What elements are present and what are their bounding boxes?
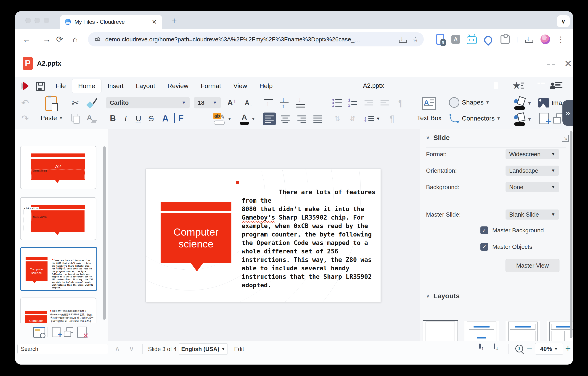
zoom-in-icon[interactable]: + — [565, 343, 571, 354]
save-icon[interactable] — [36, 82, 45, 91]
move-down-icon[interactable]: ⇵ — [346, 113, 359, 124]
macos-zoom-button[interactable] — [44, 18, 49, 23]
decrease-indent-icon[interactable] — [378, 97, 391, 109]
bold-button[interactable]: B — [107, 113, 119, 124]
insert-paragraph-icon[interactable]: ¶ — [394, 97, 407, 109]
thumbnails-scrollbar[interactable] — [103, 146, 106, 320]
slide-title-accent-bar[interactable] — [161, 202, 231, 211]
strikethrough-button[interactable]: S — [145, 113, 157, 124]
menu-layout[interactable]: Layout — [130, 79, 161, 93]
slide-body-text[interactable]: There are lots of features from the 8080… — [242, 179, 379, 298]
layout-blank-selected[interactable] — [423, 321, 458, 341]
collapse-chevron-icon[interactable]: ∨ — [426, 293, 430, 299]
bullets-icon[interactable] — [331, 97, 344, 109]
slide-title-box[interactable]: Computer science — [161, 213, 231, 263]
superscript-button[interactable]: A — [159, 113, 171, 124]
shapes-button[interactable]: Shapes▼ — [462, 97, 498, 108]
connectors-button[interactable]: Connectors▼ — [462, 113, 510, 124]
layout-title-blank[interactable] — [505, 321, 540, 341]
menu-format[interactable]: Format — [195, 79, 227, 93]
orientation-select[interactable]: Landscape▼ — [505, 166, 559, 176]
delete-slide-icon[interactable] — [76, 327, 88, 338]
justify-button[interactable] — [311, 112, 324, 125]
install-page-icon[interactable] — [399, 36, 406, 43]
shapes-ellipse-icon[interactable] — [449, 97, 460, 108]
connector-icon[interactable] — [449, 113, 460, 124]
duplicate-slide-icon[interactable] — [63, 327, 74, 338]
format-painter-icon[interactable] — [85, 98, 98, 108]
bookmark-star-icon[interactable]: ☆ — [412, 35, 419, 44]
edit-mode-label[interactable]: Edit — [234, 341, 244, 357]
layout-two-content[interactable] — [547, 321, 573, 341]
paste-icon[interactable] — [42, 96, 61, 111]
browser-tab[interactable]: My Files - Cloudreve ✕ — [60, 15, 162, 29]
extension-a-icon[interactable]: A — [451, 34, 461, 44]
url-text[interactable]: demo.cloudreve.org/home?path=cloudreve%3… — [105, 36, 360, 43]
fill-color-button[interactable]: ▼ — [512, 112, 533, 127]
font-color-button[interactable]: A▼ — [237, 112, 258, 125]
home-icon[interactable]: ⌂ — [70, 34, 80, 44]
macos-minimize-button[interactable] — [34, 18, 40, 23]
reload-icon[interactable]: ⟳ — [54, 34, 65, 44]
align-text-top-icon[interactable]: ↑ — [262, 97, 275, 109]
text-box-icon[interactable] — [421, 97, 437, 110]
slide-section-header[interactable]: ∨ Slide — [426, 134, 450, 142]
italic-button[interactable]: I — [120, 113, 132, 124]
forward-icon[interactable]: → — [42, 34, 52, 44]
current-slide[interactable]: Computer science There are lots of featu… — [146, 168, 381, 302]
clear-formatting-icon[interactable]: A — [85, 113, 98, 124]
image-icon[interactable] — [537, 98, 550, 108]
font-size-select[interactable]: 18▼ — [194, 97, 221, 108]
toolbar-expand-button[interactable]: » — [562, 100, 573, 126]
master-view-button[interactable]: Master View — [505, 259, 559, 272]
align-right-button[interactable] — [295, 112, 308, 125]
menu-insert[interactable]: Insert — [101, 79, 130, 93]
start-slideshow-icon[interactable] — [33, 327, 45, 338]
collapse-chevron-icon[interactable]: ∨ — [426, 135, 430, 141]
increase-font-size-icon[interactable]: A↑ — [224, 97, 239, 108]
slide-thumbnail-1[interactable]: A2 Click to add Text — [20, 146, 96, 189]
tab-search-chevron-button[interactable]: ∨ — [557, 15, 570, 27]
menu-view[interactable]: View — [227, 79, 253, 93]
background-select[interactable]: None▼ — [505, 182, 559, 192]
advanced-settings-icon[interactable] — [562, 135, 569, 142]
align-text-bottom-icon[interactable]: ↓ — [294, 97, 307, 109]
extension-bilibili-icon[interactable] — [466, 34, 477, 44]
cut-icon[interactable]: ✂ — [69, 98, 82, 108]
address-bar[interactable]: demo.cloudreve.org/home?path=cloudreve%3… — [88, 32, 424, 46]
extensions-puzzle-icon[interactable] — [500, 34, 510, 44]
find-previous-icon[interactable]: ∧ — [115, 344, 120, 353]
zoom-out-icon[interactable]: − — [527, 343, 533, 354]
viewer-close-icon[interactable]: ✕ — [563, 58, 573, 69]
font-name-select[interactable]: Carlito▼ — [106, 97, 189, 108]
line-spacing-button[interactable]: ↕ ▼ — [362, 113, 382, 124]
slide-canvas[interactable]: Computer science There are lots of featu… — [108, 129, 420, 341]
find-next-icon[interactable]: ∨ — [129, 344, 134, 353]
menu-file[interactable]: File — [49, 79, 72, 93]
master-objects-checkbox[interactable] — [480, 243, 488, 251]
layouts-section-header[interactable]: ∨ Layouts — [426, 292, 460, 300]
format-select[interactable]: Widescreen▼ — [505, 149, 559, 159]
fit-slide-icon[interactable] — [479, 344, 488, 354]
line-color-button[interactable]: ▼ — [512, 96, 533, 111]
move-up-icon[interactable]: ⇅ — [331, 113, 344, 124]
add-slide-footer-icon[interactable] — [50, 327, 62, 338]
menu-home[interactable]: Home — [72, 79, 101, 93]
menu-review[interactable]: Review — [161, 79, 195, 93]
increase-indent-icon[interactable] — [362, 97, 375, 109]
presentation-app-logo-icon[interactable] — [21, 82, 30, 90]
paste-button[interactable]: Paste▼ — [37, 112, 67, 123]
align-text-middle-icon[interactable]: ↓↑ — [278, 97, 291, 109]
undo-icon[interactable]: ↶ — [19, 98, 31, 108]
language-button[interactable]: English (USA)▼ — [179, 343, 228, 355]
browser-menu-kebab-icon[interactable]: ⋮ — [556, 34, 566, 44]
layout-title-content[interactable] — [464, 321, 499, 341]
slide-thumbnail-3-selected[interactable]: Computer science There are lots of featu… — [20, 247, 97, 291]
paragraph-settings-icon[interactable]: ¶ — [386, 113, 399, 124]
master-background-checkbox[interactable] — [480, 226, 488, 234]
align-left-button[interactable] — [263, 112, 276, 125]
new-tab-button[interactable]: + — [168, 15, 180, 27]
master-slide-select[interactable]: Blank Slide▼ — [505, 210, 559, 220]
text-box-button[interactable]: Text Box — [414, 112, 444, 123]
align-center-button[interactable] — [279, 112, 292, 125]
